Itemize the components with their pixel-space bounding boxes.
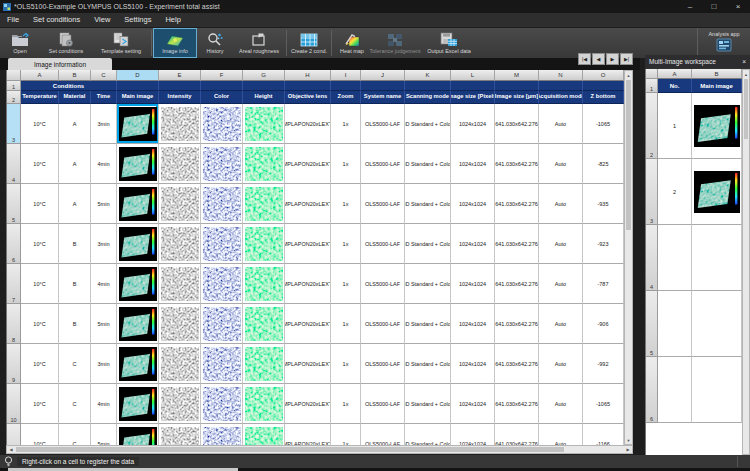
cell-objective-lens[interactable]: MPLAPON20xLEXT bbox=[285, 264, 331, 304]
workspace-cell-main-image[interactable] bbox=[692, 225, 742, 291]
cell-scanning-mode[interactable]: 3D Standard + Color bbox=[405, 224, 451, 264]
cell-color[interactable] bbox=[201, 144, 243, 184]
intensity-thumbnail[interactable] bbox=[161, 347, 199, 381]
cell-zoom[interactable]: 1x bbox=[331, 144, 361, 184]
cell-objective-lens[interactable]: MPLAPON20xLEXT bbox=[285, 384, 331, 424]
color-thumbnail[interactable] bbox=[203, 187, 241, 221]
cell-scanning-mode[interactable]: 3D Standard + Color bbox=[405, 344, 451, 384]
conditions-header-cell[interactable]: Conditions bbox=[21, 81, 117, 91]
horizontal-scrollbar-thumb[interactable] bbox=[16, 447, 564, 452]
column-header-material[interactable]: Material bbox=[59, 91, 91, 104]
toolbar-button-tolerance-judgement[interactable]: Tolerance judgement bbox=[371, 28, 419, 58]
workspace-close-icon[interactable]: × bbox=[742, 58, 746, 65]
cell-acquisition-mode[interactable]: Auto bbox=[539, 424, 583, 445]
menu-help[interactable]: Help bbox=[158, 13, 187, 27]
main-image-thumbnail[interactable] bbox=[119, 187, 157, 221]
column-header-image-size-pixels-[interactable]: Image size [Pixels] bbox=[451, 91, 495, 104]
row-header-4[interactable]: 4 bbox=[7, 144, 21, 184]
intensity-thumbnail[interactable] bbox=[161, 267, 199, 301]
column-header-K[interactable]: K bbox=[405, 70, 451, 81]
height-thumbnail[interactable] bbox=[245, 267, 283, 301]
toolbar-button-image-info[interactable]: Image info bbox=[153, 28, 197, 58]
cell-intensity[interactable] bbox=[159, 304, 201, 344]
column-header-system-name[interactable]: System name bbox=[361, 91, 405, 104]
cell-color[interactable] bbox=[201, 224, 243, 264]
cell-image-size-um[interactable]: 641.030x642.276 bbox=[495, 424, 539, 445]
menu-file[interactable]: File bbox=[0, 13, 26, 27]
workspace-scrollbar-thumb[interactable] bbox=[744, 79, 748, 139]
vertical-scrollbar-thumb[interactable] bbox=[626, 80, 631, 230]
cell-scanning-mode[interactable]: 3D Standard + Color bbox=[405, 384, 451, 424]
cell-acquisition-mode[interactable]: Auto bbox=[539, 104, 583, 144]
row-header-7[interactable]: 7 bbox=[7, 264, 21, 304]
nav-prev-button[interactable]: ◀ bbox=[592, 53, 605, 65]
cell-system-name[interactable]: OLS5000-LAF bbox=[361, 304, 405, 344]
cell-time[interactable]: 5min bbox=[91, 184, 117, 224]
conditions-row-blank-cell[interactable] bbox=[159, 81, 201, 91]
workspace-column-header-B[interactable]: B bbox=[692, 69, 742, 79]
minimize-button[interactable]: – bbox=[678, 0, 702, 13]
cell-objective-lens[interactable]: MPLAPON20xLEXT bbox=[285, 344, 331, 384]
conditions-row-blank-cell[interactable] bbox=[405, 81, 451, 91]
row-header-5[interactable]: 5 bbox=[7, 184, 21, 224]
cell-image-size-um[interactable]: 641.030x642.276 bbox=[495, 304, 539, 344]
conditions-row-blank-cell[interactable] bbox=[495, 81, 539, 91]
analysis-app-icon[interactable] bbox=[716, 38, 732, 56]
conditions-row-blank-cell[interactable] bbox=[361, 81, 405, 91]
workspace-row-header-1[interactable]: 1 bbox=[646, 79, 658, 93]
workspace-corner-cell[interactable] bbox=[646, 69, 658, 79]
cell-acquisition-mode[interactable]: Auto bbox=[539, 304, 583, 344]
cell-time[interactable]: 5min bbox=[91, 304, 117, 344]
workspace-scrollbar[interactable]: ▲ bbox=[742, 69, 750, 455]
row-header-1[interactable]: 1 bbox=[7, 81, 21, 91]
row-header-6[interactable]: 6 bbox=[7, 224, 21, 264]
maximize-button[interactable]: □ bbox=[702, 0, 726, 13]
cell-height[interactable] bbox=[243, 384, 285, 424]
conditions-row-blank-cell[interactable] bbox=[285, 81, 331, 91]
workspace-column-header-main-image[interactable]: Main image bbox=[692, 79, 742, 93]
cell-temperature[interactable]: 10°C bbox=[21, 344, 59, 384]
main-image-thumbnail[interactable] bbox=[119, 307, 157, 341]
cell-acquisition-mode[interactable]: Auto bbox=[539, 144, 583, 184]
cell-temperature[interactable]: 10°C bbox=[21, 304, 59, 344]
main-image-thumbnail[interactable] bbox=[119, 147, 157, 181]
color-thumbnail[interactable] bbox=[203, 347, 241, 381]
column-header-M[interactable]: M bbox=[495, 70, 539, 81]
conditions-row-blank-cell[interactable] bbox=[539, 81, 583, 91]
cell-main-image[interactable] bbox=[117, 144, 159, 184]
color-thumbnail[interactable] bbox=[203, 267, 241, 301]
cell-z-bottom[interactable]: -1166 bbox=[583, 424, 624, 445]
cell-temperature[interactable]: 10°C bbox=[21, 104, 59, 144]
intensity-thumbnail[interactable] bbox=[161, 227, 199, 261]
tab-image-information[interactable]: Image information bbox=[8, 58, 112, 70]
row-header-8[interactable]: 8 bbox=[7, 304, 21, 344]
cell-time[interactable]: 4min bbox=[91, 384, 117, 424]
column-header-G[interactable]: G bbox=[243, 70, 285, 81]
toolbar-button-areal-roughness[interactable]: Areal roughness bbox=[233, 28, 285, 58]
row-header-11[interactable]: 11 bbox=[7, 424, 21, 445]
workspace-row-header-3[interactable]: 3 bbox=[646, 159, 658, 225]
close-button[interactable]: × bbox=[726, 0, 750, 13]
column-header-z-bottom[interactable]: Z bottom bbox=[583, 91, 624, 104]
cell-zoom[interactable]: 1x bbox=[331, 264, 361, 304]
conditions-row-blank-cell[interactable] bbox=[331, 81, 361, 91]
cell-objective-lens[interactable]: MPLAPON20xLEXT bbox=[285, 224, 331, 264]
cell-image-size-um[interactable]: 641.030x642.276 bbox=[495, 224, 539, 264]
cell-scanning-mode[interactable]: 3D Standard + Color bbox=[405, 184, 451, 224]
main-image-thumbnail[interactable] bbox=[119, 107, 157, 141]
menu-set-conditions[interactable]: Set conditions bbox=[26, 13, 87, 27]
cell-zoom[interactable]: 1x bbox=[331, 224, 361, 264]
cell-main-image[interactable] bbox=[117, 304, 159, 344]
intensity-thumbnail[interactable] bbox=[161, 307, 199, 341]
cell-scanning-mode[interactable]: 3D Standard + Color bbox=[405, 104, 451, 144]
cell-image-size-pixels[interactable]: 1024x1024 bbox=[451, 344, 495, 384]
cell-time[interactable]: 5min bbox=[91, 424, 117, 445]
height-thumbnail[interactable] bbox=[245, 387, 283, 421]
cell-image-size-pixels[interactable]: 1024x1024 bbox=[451, 424, 495, 445]
cell-material[interactable]: A bbox=[59, 184, 91, 224]
column-header-C[interactable]: C bbox=[91, 70, 117, 81]
cell-system-name[interactable]: OLS5000-LAF bbox=[361, 384, 405, 424]
conditions-row-blank-cell[interactable] bbox=[451, 81, 495, 91]
cell-zoom[interactable]: 1x bbox=[331, 424, 361, 445]
cell-zoom[interactable]: 1x bbox=[331, 384, 361, 424]
